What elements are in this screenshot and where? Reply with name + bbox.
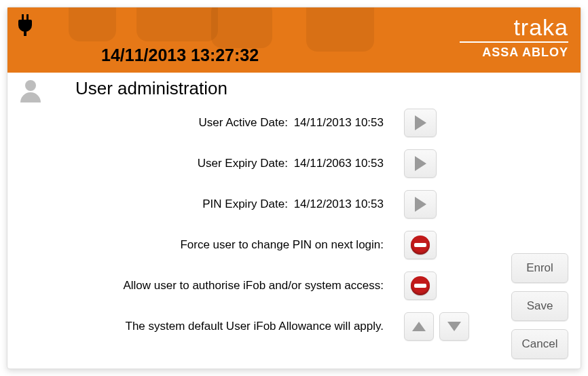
user-icon	[17, 77, 44, 107]
pin-expiry-edit-button[interactable]	[404, 190, 437, 219]
cancel-button[interactable]: Cancel	[511, 329, 568, 359]
row-allowance: The system default User iFob Allowance w…	[35, 312, 519, 341]
prohibit-icon	[411, 276, 430, 295]
window: 14/11/2013 13:27:32 traka ASSA ABLOY Use…	[7, 7, 581, 369]
power-plug-icon	[17, 14, 35, 39]
active-date-edit-button[interactable]	[404, 109, 437, 137]
force-pin-label: Force user to change PIN on next login:	[35, 238, 390, 252]
chevron-right-icon	[415, 197, 426, 212]
brand-subtitle: ASSA ABLOY	[460, 45, 568, 60]
pin-expiry-value: 14/12/2013 10:53	[294, 198, 384, 210]
force-pin-toggle[interactable]	[404, 231, 437, 259]
svg-point-3	[25, 80, 36, 91]
chevron-right-icon	[415, 115, 426, 130]
allowance-up-button[interactable]	[404, 312, 434, 341]
allowance-label: The system default User iFob Allowance w…	[35, 320, 390, 333]
authorise-toggle[interactable]	[404, 271, 437, 300]
brand-logo: traka	[460, 16, 568, 43]
chevron-up-icon	[412, 322, 426, 331]
save-button[interactable]: Save	[511, 291, 568, 321]
page-title: User administration	[28, 78, 227, 99]
row-authorise: Allow user to authorise iFob and/or syst…	[35, 271, 519, 300]
brand-block: traka ASSA ABLOY	[460, 16, 568, 60]
svg-rect-0	[22, 14, 24, 20]
expiry-date-label: User Expiry Date:	[198, 157, 288, 170]
enrol-button[interactable]: Enrol	[511, 253, 568, 283]
expiry-date-edit-button[interactable]	[404, 149, 437, 178]
chevron-down-icon	[447, 322, 461, 331]
svg-rect-1	[26, 14, 29, 20]
side-action-buttons: Enrol Save Cancel	[511, 253, 568, 359]
expiry-date-value: 14/11/2063 10:53	[294, 157, 384, 170]
header-datetime: 14/11/2013 13:27:32	[101, 45, 259, 65]
allowance-down-button[interactable]	[439, 312, 469, 341]
row-pin-expiry: PIN Expiry Date: 14/12/2013 10:53	[35, 190, 519, 219]
active-date-value: 14/11/2013 10:53	[294, 116, 384, 129]
active-date-label: User Active Date:	[199, 116, 288, 129]
row-force-pin: Force user to change PIN on next login:	[35, 231, 519, 259]
svg-rect-2	[24, 29, 26, 36]
pin-expiry-label: PIN Expiry Date:	[202, 198, 288, 210]
row-expiry-date: User Expiry Date: 14/11/2063 10:53	[35, 149, 519, 178]
form-rows: User Active Date: 14/11/2013 10:53 User …	[28, 109, 519, 341]
content-area: User administration User Active Date: 14…	[7, 73, 581, 360]
header-bar: 14/11/2013 13:27:32 traka ASSA ABLOY	[7, 7, 581, 73]
authorise-label: Allow user to authorise iFob and/or syst…	[35, 279, 390, 293]
row-active-date: User Active Date: 14/11/2013 10:53	[35, 109, 519, 137]
chevron-right-icon	[415, 156, 426, 171]
prohibit-icon	[411, 236, 430, 255]
